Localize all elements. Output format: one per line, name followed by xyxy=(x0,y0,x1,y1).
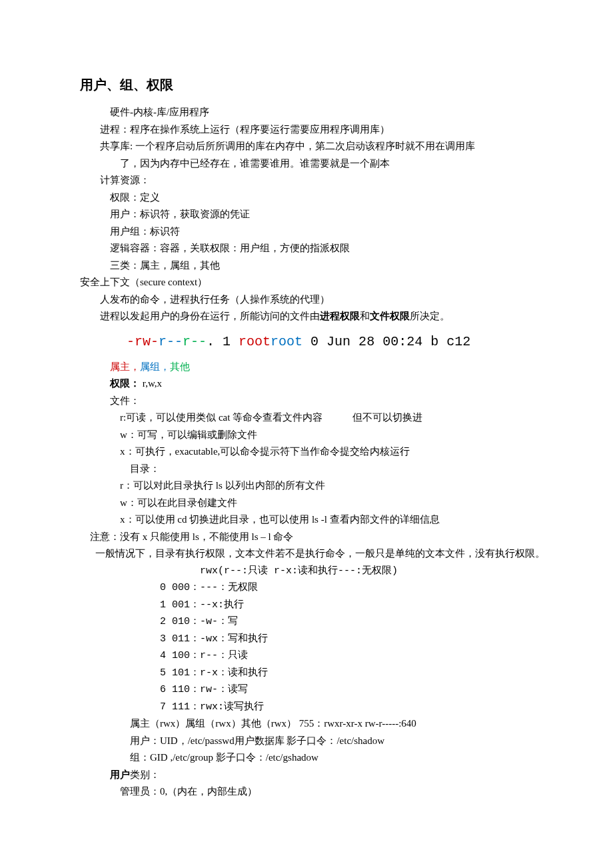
octal-row: 1 001：--x:执行 xyxy=(80,597,533,614)
body-text: 权限：定义 xyxy=(80,189,533,207)
legend-other: 其他 xyxy=(170,361,190,372)
octal-row: 2 010：-w-：写 xyxy=(80,613,533,631)
body-text: w：可以在此目录创建文件 xyxy=(80,495,533,512)
body-text: 用户：UID，/etc/passwd用户数据库 影子口令：/etc/shadow xyxy=(80,733,533,750)
body-text: 目录： xyxy=(80,461,533,478)
perm-other: r-- xyxy=(183,334,207,349)
text-bold: 权限： xyxy=(110,378,140,389)
octal-example: 属主（rwx）属组（rwx）其他（rwx） 755：rwxr-xr-x rw-r… xyxy=(80,715,533,733)
text-fragment: 和 xyxy=(360,311,370,321)
body-text: 计算资源： xyxy=(80,172,533,189)
note-text: 注意：没有 x 只能使用 ls，不能使用 ls – l 命令 xyxy=(80,529,533,546)
perm-group: r-- xyxy=(159,334,183,349)
body-text: 一般情况下，目录有执行权限，文本文件若不是执行命令，一般只是单纯的文本文件，没有… xyxy=(80,545,533,563)
legend: 属主，属组，其他 xyxy=(80,359,533,376)
body-text: 安全上下文（secure context） xyxy=(80,274,533,291)
body-text: 管理员：0,（内在，内部生成） xyxy=(80,783,533,801)
text-fragment: 进程以发起用户的身份在运行，所能访问的文件由 xyxy=(100,311,320,321)
octal-row: 0 000：---：无权限 xyxy=(80,579,533,597)
text-fragment: 类别： xyxy=(130,769,160,780)
body-text: x：可执行，exacutable,可以命令提示符下当作命令提交给内核运行 xyxy=(80,443,533,461)
body-text: 了，因为内存中已经存在，谁需要谁用。谁需要就是一个副本 xyxy=(80,155,533,173)
body-text: 人发布的命令，进程执行任务（人操作系统的代理） xyxy=(80,291,533,309)
octal-header: rwx(r--:只读 r-x:读和执行---:无权限) xyxy=(80,563,533,580)
body-text: 组：GID ,/etc/group 影子口令：/etc/gshadow xyxy=(80,749,533,767)
octal-row: 4 100：r--：只读 xyxy=(80,647,533,665)
page-title: 用户、组、权限 xyxy=(80,73,533,96)
perm-header: 权限： r,w,x xyxy=(80,375,533,393)
body-text: 硬件-内核-库/应用程序 xyxy=(80,104,533,121)
octal-row: 7 111：rwx:读写执行 xyxy=(80,699,533,716)
group-name: root xyxy=(271,334,303,349)
octal-row: 3 011：-wx：写和执行 xyxy=(80,631,533,648)
body-text: 用户组：标识符 xyxy=(80,223,533,241)
text-bold: 用户 xyxy=(110,769,130,780)
body-text: 进程：程序在操作系统上运行（程序要运行需要应用程序调用库） xyxy=(80,121,533,139)
text-fragment: r:可读，可以使用类似 cat 等命令查看文件内容 xyxy=(120,412,322,423)
body-text: 三类：属主，属组，其他 xyxy=(80,257,533,275)
ls-output: -rw-r--r--. 1 rootroot 0 Jun 28 00:24 b … xyxy=(80,331,533,353)
legend-owner: 属主， xyxy=(110,361,140,372)
body-text: 进程以发起用户的身份在运行，所能访问的文件由进程权限和文件权限所决定。 xyxy=(80,308,533,325)
user-category-header: 用户类别： xyxy=(80,767,533,784)
body-text: 用户：标识符，获取资源的凭证 xyxy=(80,206,533,223)
legend-group: 属组， xyxy=(140,361,170,372)
text-bold: 进程权限 xyxy=(320,311,360,321)
perm-owner: -rw- xyxy=(127,334,159,349)
owner-name: root xyxy=(239,334,271,349)
body-text: x：可以使用 cd 切换进此目录，也可以使用 ls -l 查看内部文件的详细信息 xyxy=(80,511,533,529)
text-fragment: 所决定。 xyxy=(410,311,450,321)
body-text: 共享库: 一个程序启动后所所调用的库在内存中，第二次启动该程序时就不用在调用库 xyxy=(80,138,533,155)
text-fragment: 但不可以切换进 xyxy=(352,412,422,423)
octal-row: 6 110：rw-：读写 xyxy=(80,681,533,699)
text-fragment: r,w,x xyxy=(140,378,162,389)
body-text: r：可以对此目录执行 ls 以列出内部的所有文件 xyxy=(80,477,533,495)
body-text: w：可写，可以编辑或删除文件 xyxy=(80,427,533,444)
octal-row: 5 101：r-x：读和执行 xyxy=(80,665,533,682)
body-text: 逻辑容器：容器，关联权限：用户组，方便的指派权限 xyxy=(80,240,533,257)
body-text: 文件： xyxy=(80,393,533,410)
text-bold: 文件权限 xyxy=(370,311,410,321)
text-fragment: 0 Jun 28 00:24 b c12 xyxy=(303,334,470,349)
body-text: r:可读，可以使用类似 cat 等命令查看文件内容 但不可以切换进 xyxy=(80,409,533,427)
text-fragment: . 1 xyxy=(207,334,239,349)
